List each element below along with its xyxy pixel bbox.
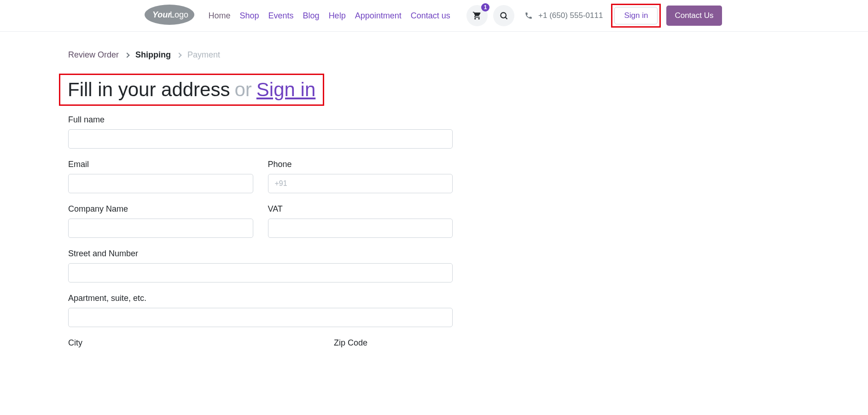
heading-signin-link[interactable]: Sign in — [256, 79, 315, 101]
cart-button[interactable]: 1 — [466, 5, 488, 26]
full-name-field[interactable] — [68, 129, 453, 149]
nav-help[interactable]: Help — [329, 6, 346, 25]
header-inner: Your Logo Home Shop Events Blog Help App… — [75, 4, 793, 28]
phone-number[interactable]: +1 (650) 555-0111 — [538, 11, 603, 20]
apartment-field[interactable] — [68, 308, 453, 327]
vat-field[interactable] — [268, 219, 453, 238]
chevron-right-icon — [176, 52, 181, 58]
street-label: Street and Number — [68, 249, 453, 259]
address-form: Full name Email Phone Company Name VAT — [68, 115, 453, 352]
signin-highlight: Sign in — [611, 4, 661, 28]
chevron-right-icon — [124, 52, 129, 58]
content: Review Order Shipping Payment Fill in yo… — [68, 32, 529, 352]
apartment-label: Apartment, suite, etc. — [68, 294, 453, 303]
company-label: Company Name — [68, 204, 253, 214]
svg-point-3 — [501, 12, 506, 18]
heading-text: Fill in your address — [68, 79, 230, 101]
full-name-label: Full name — [68, 115, 453, 125]
logo[interactable]: Your Logo — [144, 4, 195, 28]
street-field[interactable] — [68, 263, 453, 282]
nav-events[interactable]: Events — [268, 6, 294, 25]
signin-button[interactable]: Sign in — [614, 7, 658, 24]
nav-shop[interactable]: Shop — [240, 6, 259, 25]
breadcrumb-payment: Payment — [187, 50, 220, 60]
city-label: City — [68, 338, 319, 348]
header-right: 1 +1 (650) 555-0111 Sign in Contact Us — [466, 4, 784, 28]
nav-contact[interactable]: Contact us — [411, 6, 450, 25]
phone-wrap: +1 (650) 555-0111 — [524, 11, 603, 20]
zip-label: Zip Code — [334, 338, 453, 348]
svg-text:Your: Your — [152, 10, 171, 19]
phone-label: Phone — [268, 160, 453, 169]
search-button[interactable] — [493, 5, 514, 26]
email-field[interactable] — [68, 174, 253, 193]
cart-icon — [472, 11, 482, 20]
contact-us-button[interactable]: Contact Us — [666, 6, 722, 26]
cart-badge: 1 — [481, 3, 489, 12]
company-field[interactable] — [68, 219, 253, 238]
search-icon — [499, 11, 508, 20]
page-heading: Fill in your address or Sign in — [68, 79, 315, 101]
breadcrumb: Review Order Shipping Payment — [68, 50, 529, 60]
nav-appointment[interactable]: Appointment — [355, 6, 402, 25]
vat-label: VAT — [268, 204, 453, 214]
email-label: Email — [68, 160, 253, 169]
nav-home[interactable]: Home — [209, 6, 231, 25]
breadcrumb-shipping: Shipping — [135, 50, 171, 60]
phone-field[interactable] — [268, 174, 453, 193]
header: Your Logo Home Shop Events Blog Help App… — [0, 0, 868, 32]
nav-blog[interactable]: Blog — [303, 6, 320, 25]
svg-line-4 — [506, 17, 507, 19]
main-nav: Home Shop Events Blog Help Appointment C… — [209, 6, 450, 25]
heading-highlight: Fill in your address or Sign in — [59, 74, 324, 106]
heading-or: or — [234, 79, 251, 101]
logo-icon: Your Logo — [144, 4, 195, 26]
breadcrumb-review[interactable]: Review Order — [68, 50, 119, 60]
svg-text:Logo: Logo — [170, 10, 188, 19]
phone-icon — [524, 12, 533, 20]
